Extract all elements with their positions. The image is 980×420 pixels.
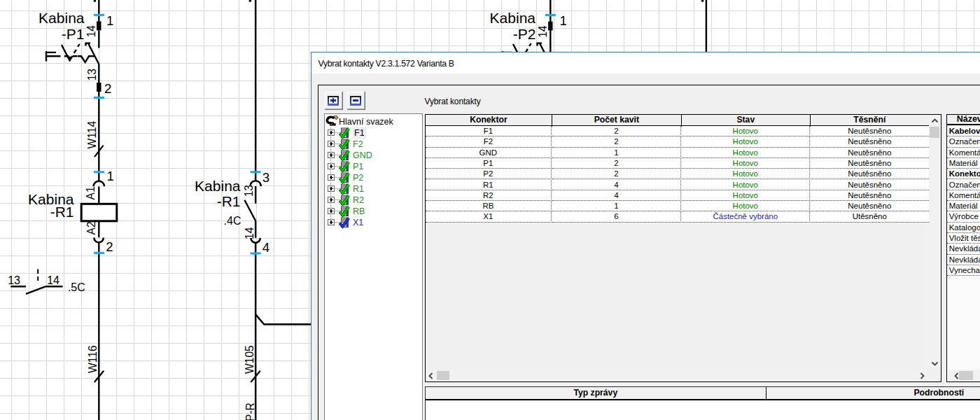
svg-text:W105: W105 (244, 345, 255, 374)
svg-text:1: 1 (106, 13, 113, 28)
svg-text:P-R: P-R (244, 402, 256, 420)
svg-text:14: 14 (47, 274, 59, 286)
svg-text:.4C: .4C (224, 215, 241, 227)
svg-text:Kabina: Kabina (38, 10, 85, 26)
svg-text:2: 2 (106, 239, 113, 254)
svg-text:A1: A1 (85, 186, 97, 200)
svg-text:1: 1 (107, 169, 114, 183)
svg-text:2: 2 (104, 81, 111, 96)
svg-text:-P2: -P2 (513, 26, 536, 42)
svg-text:3: 3 (262, 170, 270, 185)
svg-text:.5C: .5C (68, 281, 85, 293)
svg-text:W116: W116 (87, 345, 99, 373)
svg-text:14: 14 (85, 25, 97, 38)
svg-text:-R1: -R1 (217, 193, 241, 209)
svg-text:-R1: -R1 (50, 204, 74, 220)
svg-text:13: 13 (243, 185, 255, 197)
svg-text:4: 4 (262, 240, 270, 255)
svg-text:A2: A2 (85, 221, 97, 234)
svg-text:13: 13 (8, 274, 20, 286)
svg-text:1: 1 (560, 13, 567, 28)
svg-text:14: 14 (537, 25, 549, 38)
svg-text:14: 14 (244, 227, 255, 239)
svg-text:W114: W114 (86, 121, 98, 149)
svg-text:-P1: -P1 (62, 26, 85, 42)
svg-text:Kabina: Kabina (490, 10, 536, 26)
svg-text:Kabina: Kabina (195, 178, 241, 194)
svg-text:13: 13 (86, 69, 98, 80)
